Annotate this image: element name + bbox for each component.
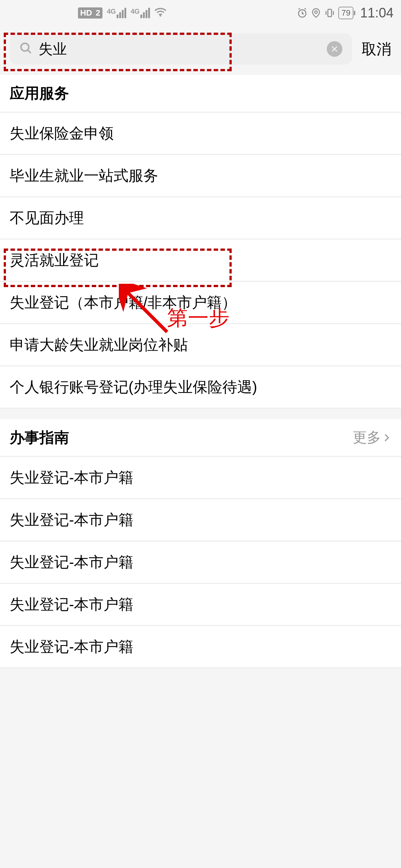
- wifi-icon: [154, 7, 166, 19]
- search-input[interactable]: 失业: [39, 40, 321, 59]
- service-item[interactable]: 个人银行账号登记(办理失业保险待遇): [0, 366, 401, 409]
- hd-badge-num: 2: [94, 7, 102, 19]
- battery-indicator: 79: [338, 7, 353, 19]
- status-bar: HD 2 4G 4G 79 11:04: [0, 0, 401, 26]
- guide-item[interactable]: 失业登记-本市户籍: [0, 584, 401, 626]
- service-item-unemployment-register[interactable]: 失业登记（本市户籍/非本市户籍）: [0, 282, 401, 324]
- status-left: HD 2 4G 4G: [78, 7, 166, 19]
- search-box[interactable]: 失业: [10, 33, 352, 65]
- guide-item[interactable]: 失业登记-本市户籍: [0, 626, 401, 668]
- cancel-button[interactable]: 取消: [362, 39, 391, 59]
- clear-search-button[interactable]: [327, 41, 342, 57]
- svg-point-2: [315, 11, 317, 13]
- alarm-icon: [297, 7, 308, 19]
- chevron-right-icon: [382, 432, 391, 444]
- service-item[interactable]: 不见面办理: [0, 197, 401, 240]
- guide-section-header: 办事指南 更多: [0, 419, 401, 457]
- guide-item[interactable]: 失业登记-本市户籍: [0, 499, 401, 542]
- service-item[interactable]: 失业保险金申领: [0, 113, 401, 155]
- guide-section-title: 办事指南: [10, 427, 69, 448]
- vibrate-icon: [324, 7, 335, 19]
- svg-point-0: [160, 15, 162, 17]
- service-item[interactable]: 灵活就业登记: [0, 240, 401, 282]
- services-section-header: 应用服务: [0, 75, 401, 113]
- signal-indicator-1: 4G: [107, 8, 126, 18]
- guide-item[interactable]: 失业登记-本市户籍: [0, 542, 401, 584]
- location-icon: [311, 7, 321, 19]
- guide-item[interactable]: 失业登记-本市户籍: [0, 457, 401, 499]
- hd-badge: HD: [78, 7, 94, 19]
- search-icon: [19, 42, 33, 56]
- status-right: 79 11:04: [297, 5, 394, 21]
- signal-indicator-2: 4G: [131, 8, 150, 18]
- more-link[interactable]: 更多: [353, 428, 391, 447]
- svg-rect-3: [328, 9, 332, 17]
- service-item[interactable]: 申请大龄失业就业岗位补贴: [0, 324, 401, 366]
- search-area: 失业 取消: [0, 26, 401, 75]
- service-item[interactable]: 毕业生就业一站式服务: [0, 155, 401, 197]
- status-time: 11:04: [360, 5, 394, 21]
